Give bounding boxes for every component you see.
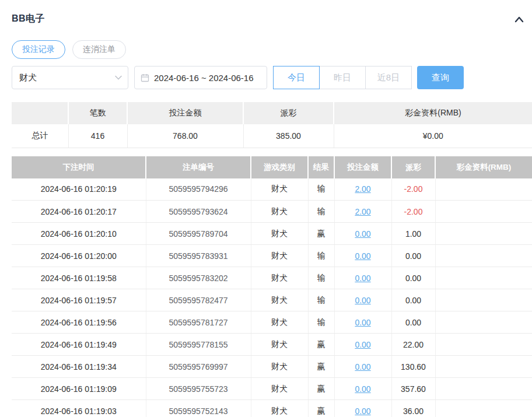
bb-games-panel: BB电子 投注记录 连消注单 财犬 (0, 0, 532, 417)
cell-result: 赢 (308, 400, 334, 417)
cell-order-no: 5059595794296 (146, 178, 251, 201)
records-header-bet-time: 下注时间 (12, 156, 146, 178)
game-select[interactable]: 财犬 (12, 66, 128, 89)
summary-total-label: 总计 (12, 124, 68, 148)
cell-bet-time: 2024-06-16 01:19:57 (12, 289, 146, 311)
bet-amount-link[interactable]: 0.00 (355, 251, 370, 261)
cell-bet-amount: 0.00 (334, 311, 391, 334)
quick-date-group: 今日 昨日 近8日 (273, 66, 412, 89)
cell-bonus (435, 245, 532, 267)
bet-amount-link[interactable]: 0.00 (355, 384, 370, 394)
cell-payout: 36.00 (391, 400, 435, 417)
cell-bet-amount: 0.00 (334, 289, 391, 311)
yesterday-button[interactable]: 昨日 (319, 66, 366, 89)
search-button[interactable]: 查询 (417, 66, 464, 89)
bet-amount-link[interactable]: 2.00 (355, 184, 370, 194)
cell-game-type: 财犬 (251, 400, 308, 417)
summary-total-count: 416 (68, 124, 127, 148)
cell-bet-time: 2024-06-16 01:19:58 (12, 267, 146, 289)
summary-total-bet-amount: 768.00 (127, 124, 243, 148)
cell-game-type: 财犬 (251, 311, 308, 334)
cell-bonus (435, 289, 532, 311)
cell-order-no: 5059595789704 (146, 223, 251, 245)
summary-total-payout: 385.00 (243, 124, 334, 148)
cell-bonus (435, 356, 532, 378)
today-button[interactable]: 今日 (273, 66, 320, 89)
cell-payout: -2.00 (391, 178, 435, 201)
tab-bet-records[interactable]: 投注记录 (12, 40, 65, 59)
summary-total-bonus: ¥0.00 (334, 124, 532, 148)
cell-bet-amount: 0.00 (334, 356, 391, 378)
cell-order-no: 5059595755723 (146, 378, 251, 400)
cell-order-no: 5059595769997 (146, 356, 251, 378)
cell-game-type: 财犬 (251, 334, 308, 356)
record-row: 2024-06-16 01:19:495059595778155财犬赢0.002… (12, 334, 532, 356)
records-table: 下注时间 注单编号 游戏类别 结果 投注金额 派彩 彩金资料(RMB) 2024… (12, 156, 532, 417)
cell-result: 输 (308, 245, 334, 267)
summary-header-empty (12, 102, 68, 124)
record-row: 2024-06-16 01:19:345059595769997财犬赢0.001… (12, 356, 532, 378)
cell-bonus (435, 378, 532, 400)
cell-bonus (435, 334, 532, 356)
record-row: 2024-06-16 01:20:005059595783931财犬输0.000… (12, 245, 532, 267)
cell-game-type: 财犬 (251, 201, 308, 223)
cell-game-type: 财犬 (251, 223, 308, 245)
bet-amount-link[interactable]: 2.00 (355, 207, 370, 216)
cell-bet-time: 2024-06-16 01:20:00 (12, 245, 146, 267)
calendar-icon (141, 73, 149, 82)
tab-bar: 投注记录 连消注单 (0, 40, 532, 59)
cell-result: 赢 (308, 356, 334, 378)
cell-result: 赢 (308, 378, 334, 400)
cell-bet-time: 2024-06-16 01:20:17 (12, 201, 146, 223)
cell-payout: -2.00 (391, 201, 435, 223)
cell-bonus (435, 267, 532, 289)
last-8-days-button[interactable]: 近8日 (365, 66, 412, 89)
cell-bet-time: 2024-06-16 01:19:03 (12, 400, 146, 417)
cell-order-no: 5059595752143 (146, 400, 251, 417)
cell-payout: 1.00 (391, 223, 435, 245)
cell-result: 输 (308, 201, 334, 223)
bet-amount-link[interactable]: 0.00 (355, 318, 370, 327)
cell-bet-amount: 0.00 (334, 334, 391, 356)
cell-result: 输 (308, 178, 334, 201)
cell-order-no: 5059595782477 (146, 289, 251, 311)
record-row: 2024-06-16 01:19:035059595752143财犬赢0.003… (12, 400, 532, 417)
cell-bonus (435, 400, 532, 417)
cell-bet-time: 2024-06-16 01:20:19 (12, 178, 146, 201)
bet-amount-link[interactable]: 0.00 (355, 296, 370, 305)
summary-header-count: 笔数 (68, 102, 127, 124)
cell-game-type: 财犬 (251, 267, 308, 289)
record-row: 2024-06-16 01:19:575059595782477财犬输0.000… (12, 289, 532, 311)
chevron-down-icon (115, 75, 122, 80)
cell-bet-amount: 0.00 (334, 223, 391, 245)
bet-amount-link[interactable]: 0.00 (355, 340, 370, 349)
cell-order-no: 5059595793624 (146, 201, 251, 223)
date-range-value: 2024-06-16 ~ 2024-06-16 (154, 73, 254, 83)
cell-order-no: 5059595781727 (146, 311, 251, 334)
cell-result: 输 (308, 311, 334, 334)
bet-amount-link[interactable]: 0.00 (355, 407, 370, 416)
cell-game-type: 财犬 (251, 289, 308, 311)
bet-amount-link[interactable]: 0.00 (355, 274, 370, 283)
records-header-row: 下注时间 注单编号 游戏类别 结果 投注金额 派彩 彩金资料(RMB) (12, 156, 532, 178)
records-header-result: 结果 (308, 156, 334, 178)
cell-game-type: 财犬 (251, 178, 308, 201)
cell-payout: 0.00 (391, 267, 435, 289)
records-header-payout: 派彩 (391, 156, 435, 178)
bet-amount-link[interactable]: 0.00 (355, 362, 370, 372)
record-row: 2024-06-16 01:20:195059595794296财犬输2.00-… (12, 178, 532, 201)
cell-payout: 357.60 (391, 378, 435, 400)
cell-bonus (435, 223, 532, 245)
collapse-button[interactable] (512, 13, 526, 25)
records-header-bet-amount: 投注金额 (334, 156, 391, 178)
cell-order-no: 5059595783931 (146, 245, 251, 267)
summary-header-bet-amount: 投注金额 (127, 102, 243, 124)
cell-result: 赢 (308, 334, 334, 356)
cell-bonus (435, 311, 532, 334)
bet-amount-link[interactable]: 0.00 (355, 229, 370, 239)
tab-cancelled-orders[interactable]: 连消注单 (72, 40, 126, 59)
date-range-input[interactable]: 2024-06-16 ~ 2024-06-16 (134, 66, 267, 89)
records-header-bonus: 彩金资料(RMB) (435, 156, 532, 178)
record-row: 2024-06-16 01:20:175059595793624财犬输2.00-… (12, 201, 532, 223)
summary-table: 笔数 投注金额 派彩 彩金资料(RMB) 总计 416 768.00 385.0… (12, 102, 532, 148)
